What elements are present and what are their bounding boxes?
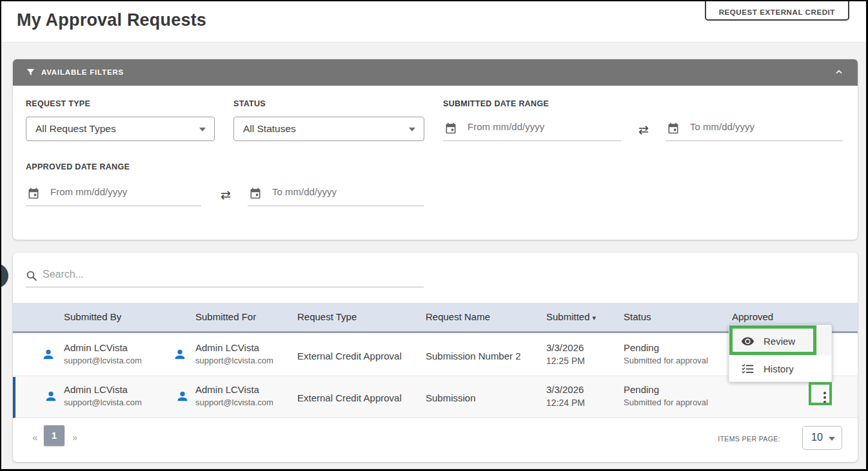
submitted-by-cell: Admin LCVista support@lcvista.com <box>64 342 142 365</box>
submitted-cell: 3/3/2026 12:24 PM <box>546 384 585 408</box>
request-name-cell: Submission <box>426 392 476 403</box>
submitted-date: 3/3/2026 <box>546 342 585 353</box>
submitted-for-cell: Admin LCVista support@lcvista.com <box>195 384 273 407</box>
submitted-date: 3/3/2026 <box>546 384 585 395</box>
history-list-icon <box>741 362 755 376</box>
row-actions-menu: Review History <box>729 325 832 382</box>
eye-icon <box>741 334 755 348</box>
person-icon <box>175 389 190 406</box>
status-value: Pending <box>624 384 708 395</box>
menu-item-review-label: Review <box>764 336 795 347</box>
calendar-icon <box>444 122 457 137</box>
submitted-to-date-field[interactable] <box>666 117 843 141</box>
calendar-icon <box>667 122 680 137</box>
menu-item-review[interactable]: Review <box>729 326 831 356</box>
approved-from-input[interactable] <box>50 186 200 197</box>
row-actions-kebab-icon[interactable] <box>817 386 833 409</box>
submitted-cell: 3/3/2026 12:25 PM <box>546 342 585 366</box>
status-cell: Pending Submitted for approval <box>624 342 708 365</box>
submitted-by-cell: Admin LCVista support@lcvista.com <box>64 384 142 407</box>
filter-icon <box>26 68 35 80</box>
status-value: Pending <box>624 342 708 353</box>
status-detail: Submitted for approval <box>624 356 708 365</box>
chevron-down-icon <box>829 437 835 441</box>
submitted-from-date-field[interactable] <box>443 117 621 141</box>
submitted-by-name: Admin LCVista <box>64 384 142 395</box>
column-header-submitted[interactable]: Submitted▾ <box>546 303 596 332</box>
status-select[interactable]: All Statuses <box>233 117 424 141</box>
submitted-for-cell: Admin LCVista support@lcvista.com <box>195 342 273 365</box>
submitted-by-email: support@lcvista.com <box>64 398 142 407</box>
request-type-cell: External Credit Approval <box>297 350 402 361</box>
page-header: My Approval Requests REQUEST EXTERNAL CR… <box>1 1 866 43</box>
swap-dates-icon: ⇄ <box>221 187 231 202</box>
submitted-to-input[interactable] <box>690 121 842 132</box>
submitted-for-email: support@lcvista.com <box>195 356 273 365</box>
items-per-page-label: ITEMS PER PAGE: <box>718 435 780 443</box>
status-detail: Submitted for approval <box>624 398 708 407</box>
page-title: My Approval Requests <box>17 10 206 30</box>
submitted-date-range-label: SUBMITTED DATE RANGE <box>443 99 549 108</box>
column-header-status[interactable]: Status <box>624 303 651 331</box>
column-header-submitted-by[interactable]: Submitted By <box>64 303 121 331</box>
chevron-down-icon <box>199 128 206 131</box>
available-filters-title: AVAILABLE FILTERS <box>41 68 124 76</box>
submitted-by-name: Admin LCVista <box>64 342 142 353</box>
swap-dates-icon: ⇄ <box>638 122 649 137</box>
column-header-submitted-label: Submitted <box>546 311 590 322</box>
request-external-credit-button[interactable]: REQUEST EXTERNAL CREDIT <box>705 0 849 21</box>
search-input[interactable] <box>43 269 417 280</box>
person-icon <box>173 347 187 364</box>
request-type-select[interactable]: All Request Types <box>26 117 215 141</box>
menu-item-history[interactable]: History <box>729 356 831 381</box>
pagination-next-button[interactable]: » <box>72 432 77 443</box>
filters-panel: AVAILABLE FILTERS REQUEST TYPE All Reque… <box>13 59 858 240</box>
column-header-request-type[interactable]: Request Type <box>297 303 357 331</box>
calendar-icon <box>249 187 262 202</box>
search-icon <box>26 270 37 282</box>
approved-to-input[interactable] <box>272 186 422 197</box>
items-per-page-select[interactable]: 10 <box>802 426 842 450</box>
collapse-filters-chevron-up-icon[interactable] <box>834 68 843 79</box>
items-per-page-value: 10 <box>811 432 823 443</box>
submitted-time: 12:25 PM <box>546 356 585 366</box>
chevron-down-icon <box>409 128 415 131</box>
submitted-time: 12:24 PM <box>546 398 585 408</box>
person-icon <box>44 389 58 406</box>
status-cell: Pending Submitted for approval <box>624 384 708 407</box>
request-type-label: REQUEST TYPE <box>26 99 90 108</box>
approved-from-date-field[interactable] <box>26 182 201 206</box>
approved-to-date-field[interactable] <box>248 182 424 206</box>
request-name-cell: Submission Number 2 <box>426 350 521 361</box>
submitted-for-name: Admin LCVista <box>195 384 273 395</box>
pagination-prev-button[interactable]: « <box>32 432 37 443</box>
request-type-cell: External Credit Approval <box>297 392 402 403</box>
approved-date-range-label: APPROVED DATE RANGE <box>26 162 130 171</box>
app-window: My Approval Requests REQUEST EXTERNAL CR… <box>0 0 868 471</box>
request-type-value: All Request Types <box>35 123 116 135</box>
submitted-by-email: support@lcvista.com <box>64 356 142 365</box>
column-header-request-name[interactable]: Request Name <box>426 303 490 331</box>
column-header-submitted-for[interactable]: Submitted For <box>195 303 256 331</box>
submitted-for-name: Admin LCVista <box>195 342 273 353</box>
search-field[interactable] <box>26 267 424 287</box>
submitted-for-email: support@lcvista.com <box>195 398 273 407</box>
pagination-page-1-button[interactable]: 1 <box>44 425 64 446</box>
available-filters-bar[interactable]: AVAILABLE FILTERS <box>13 59 858 86</box>
person-icon <box>41 347 55 364</box>
calendar-icon <box>27 187 40 202</box>
status-value: All Statuses <box>243 123 296 135</box>
submitted-from-input[interactable] <box>468 121 620 132</box>
table-row[interactable]: Admin LCVista support@lcvista.com Admin … <box>13 377 858 418</box>
menu-item-history-label: History <box>764 363 794 374</box>
edge-drawer-handle[interactable] <box>0 264 8 288</box>
sort-descending-icon: ▾ <box>593 314 597 322</box>
status-label: STATUS <box>233 99 266 108</box>
